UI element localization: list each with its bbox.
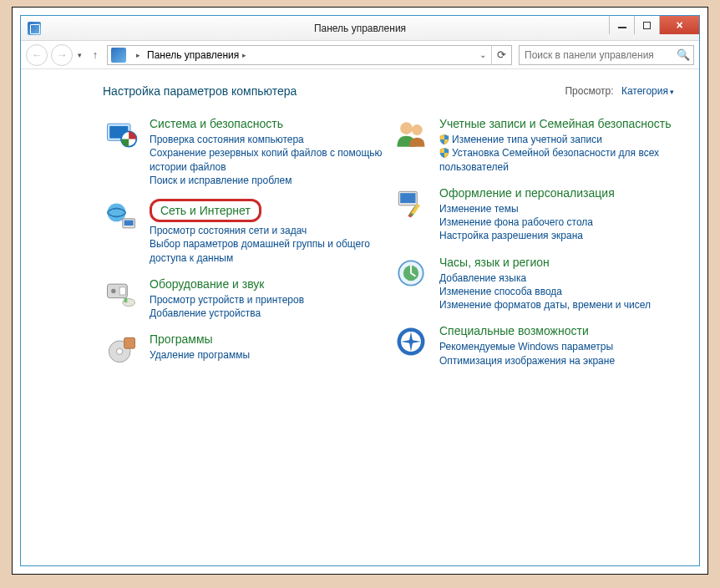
category-system-title[interactable]: Система и безопасность: [150, 116, 283, 131]
svg-rect-9: [119, 287, 125, 295]
category-users-title[interactable]: Учетные записи и Семейная безопасность: [439, 116, 672, 131]
window-title: Панель управления: [314, 23, 406, 34]
category-system: Система и безопасность Проверка состояни…: [103, 116, 384, 187]
link-clock-1[interactable]: Изменение способа ввода: [439, 285, 674, 298]
svg-point-8: [111, 288, 116, 293]
breadcrumb-chevron[interactable]: ▸: [129, 46, 144, 64]
link-users-0[interactable]: Изменение типа учетной записи: [439, 133, 674, 146]
appearance-icon: [393, 185, 429, 222]
search-icon[interactable]: 🔍: [673, 48, 693, 61]
search-box[interactable]: 🔍: [519, 45, 694, 65]
up-button[interactable]: ↑: [87, 47, 104, 63]
refresh-button[interactable]: ⟳: [491, 46, 511, 64]
link-hardware-1[interactable]: Добавление устройства: [150, 307, 384, 320]
hardware-icon: [103, 276, 139, 313]
history-dropdown[interactable]: ▾: [76, 51, 84, 59]
category-clock: Часы, язык и регион Добавление языка Изм…: [393, 255, 674, 312]
link-clock-0[interactable]: Добавление языка: [439, 271, 674, 285]
category-hardware: Оборудование и звук Просмотр устройств и…: [103, 276, 384, 321]
control-panel-icon: [111, 48, 126, 63]
link-appearance-2[interactable]: Настройка разрешения экрана: [439, 229, 674, 242]
content-area: Настройка параметров компьютера Просмотр…: [21, 69, 699, 565]
svg-rect-18: [400, 193, 415, 203]
category-programs-title[interactable]: Программы: [150, 332, 213, 347]
link-system-2[interactable]: Поиск и исправление проблем: [150, 174, 384, 187]
link-ease-0[interactable]: Рекомендуемые Windows параметры: [439, 340, 674, 353]
shield-icon: [439, 148, 449, 158]
back-button[interactable]: ←: [26, 44, 48, 66]
link-network-0[interactable]: Просмотр состояния сети и задач: [150, 224, 384, 237]
view-by: Просмотр: Категория▾: [565, 85, 674, 97]
svg-rect-14: [124, 338, 135, 349]
link-programs-0[interactable]: Удаление программы: [150, 348, 384, 362]
category-network: Сеть и Интернет Просмотр состояния сети …: [103, 199, 384, 265]
navbar: ← → ▾ ↑ ▸ Панель управления▸ ⌄ ⟳ 🔍: [21, 41, 699, 69]
category-hardware-title[interactable]: Оборудование и звук: [150, 276, 265, 291]
category-programs: Программы Удаление программы: [103, 332, 384, 368]
close-button[interactable]: ×: [659, 16, 699, 34]
address-dropdown[interactable]: ⌄: [474, 50, 491, 59]
category-appearance: Оформление и персонализация Изменение те…: [393, 185, 674, 243]
link-hardware-0[interactable]: Просмотр устройств и принтеров: [150, 293, 384, 307]
link-clock-2[interactable]: Изменение форматов даты, времени и чисел: [439, 298, 674, 312]
svg-point-15: [400, 122, 413, 134]
address-bar[interactable]: ▸ Панель управления▸ ⌄ ⟳: [107, 45, 512, 65]
svg-rect-11: [124, 297, 128, 302]
control-panel-window: Панель управления × ← → ▾ ↑ ▸ Панель упр…: [20, 15, 700, 566]
network-icon: [103, 199, 139, 236]
svg-point-16: [412, 124, 423, 135]
category-ease-title[interactable]: Специальные возможности: [439, 323, 589, 338]
category-network-title[interactable]: Сеть и Интернет: [150, 199, 261, 222]
view-by-dropdown[interactable]: Категория▾: [621, 85, 674, 97]
breadcrumb-root[interactable]: Панель управления▸: [144, 46, 250, 64]
programs-icon: [103, 332, 139, 368]
page-heading: Настройка параметров компьютера: [103, 84, 297, 98]
maximize-button[interactable]: [634, 16, 659, 34]
link-appearance-1[interactable]: Изменение фона рабочего стола: [439, 215, 674, 229]
forward-button[interactable]: →: [51, 44, 73, 66]
ease-icon: [393, 323, 429, 360]
category-ease: Специальные возможности Рекомендуемые Wi…: [393, 323, 674, 368]
svg-point-13: [117, 348, 123, 354]
link-network-1[interactable]: Выбор параметров домашней группы и общег…: [150, 237, 384, 264]
svg-rect-6: [124, 220, 134, 226]
link-ease-1[interactable]: Оптимизация изображения на экране: [439, 354, 674, 368]
users-icon: [393, 116, 429, 153]
category-clock-title[interactable]: Часы, язык и регион: [439, 255, 550, 270]
link-users-1[interactable]: Установка Семейной безопасности для всех…: [439, 146, 674, 173]
titlebar: Панель управления ×: [21, 16, 699, 41]
category-users: Учетные записи и Семейная безопасность И…: [393, 116, 674, 174]
minimize-button[interactable]: [609, 16, 634, 34]
shield-icon: [439, 134, 449, 144]
link-system-0[interactable]: Проверка состояния компьютера: [150, 133, 384, 146]
link-appearance-0[interactable]: Изменение темы: [439, 202, 674, 215]
search-input[interactable]: [520, 49, 673, 61]
category-appearance-title[interactable]: Оформление и персонализация: [439, 185, 615, 200]
link-system-1[interactable]: Сохранение резервных копий файлов с помо…: [150, 146, 384, 173]
system-icon: [103, 116, 139, 153]
clock-icon: [393, 255, 429, 291]
app-icon: [28, 22, 41, 35]
